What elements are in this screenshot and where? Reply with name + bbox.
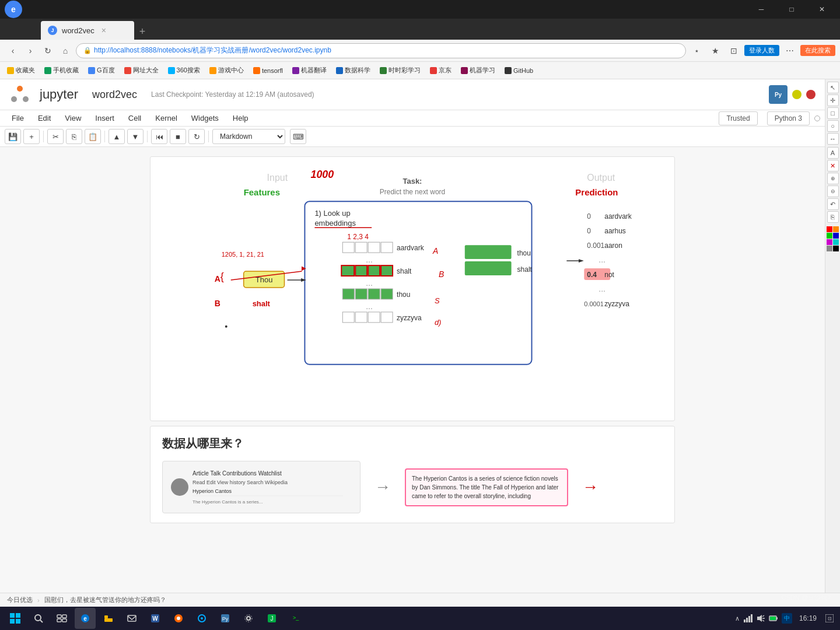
taskbar-python[interactable]: Py bbox=[215, 608, 236, 629]
notebook-content[interactable]: Input Features Output Prediction Task: P… bbox=[0, 147, 825, 593]
bookmark-jiqi[interactable]: 机器翻译 bbox=[290, 65, 329, 76]
favorites-button[interactable]: ★ bbox=[707, 43, 723, 59]
menu-kernel[interactable]: Kernel bbox=[148, 110, 184, 126]
cell-type-selector[interactable]: Markdown Code Raw NBConvert bbox=[212, 129, 285, 144]
notification-button[interactable]: ⊡ bbox=[824, 612, 835, 624]
status-item-1[interactable]: 今日优选 bbox=[7, 596, 33, 604]
copy-cell-button[interactable]: ⎘ bbox=[66, 129, 82, 144]
tool-minus[interactable]: ⊖ bbox=[827, 186, 839, 197]
run-prev-button[interactable]: ⏮ bbox=[151, 129, 167, 144]
trusted-button[interactable]: Trusted bbox=[719, 111, 757, 125]
refresh-button[interactable]: ↻ bbox=[40, 43, 56, 59]
bookmark-shishi[interactable]: 时时彩学习 bbox=[377, 65, 423, 76]
color-gray[interactable] bbox=[827, 246, 832, 251]
cut-cell-button[interactable]: ✂ bbox=[47, 129, 64, 144]
forward-button[interactable]: › bbox=[22, 43, 38, 59]
taskbar-terminal[interactable]: >_ bbox=[285, 608, 306, 629]
tool-plus[interactable]: ⊕ bbox=[827, 173, 839, 184]
window-controls: ─ □ ✕ bbox=[748, 1, 835, 18]
new-tab-button[interactable]: + bbox=[134, 23, 150, 40]
taskbar-task-view[interactable] bbox=[51, 608, 72, 629]
handwritten-matrix: 1205, 1, 21, 21 bbox=[222, 251, 264, 258]
color-blue[interactable] bbox=[833, 233, 839, 239]
tool-rectangle[interactable]: □ bbox=[827, 107, 839, 119]
tray-up[interactable]: ∧ bbox=[735, 615, 740, 622]
login-button[interactable]: 登录人数 bbox=[744, 45, 779, 56]
home-button[interactable]: ⌂ bbox=[57, 43, 74, 59]
taskbar-start[interactable] bbox=[5, 608, 26, 629]
menu-view[interactable]: View bbox=[58, 110, 88, 126]
color-red[interactable] bbox=[827, 226, 832, 232]
bookmark-shuju[interactable]: 数据科学 bbox=[334, 65, 373, 76]
close-button[interactable]: ✕ bbox=[808, 1, 835, 18]
input-method[interactable]: 中 bbox=[782, 613, 792, 624]
menu-widgets[interactable]: Widgets bbox=[184, 110, 226, 126]
bookmark-jiqixuexi[interactable]: 机器学习 bbox=[459, 65, 498, 76]
add-cell-button[interactable]: + bbox=[23, 129, 40, 144]
search-input-btn[interactable]: 在此搜索 bbox=[800, 45, 835, 56]
svg-point-31 bbox=[201, 617, 203, 620]
keyboard-shortcut-button[interactable]: ⌨ bbox=[290, 129, 306, 144]
tool-rotate[interactable]: ↶ bbox=[827, 198, 839, 210]
grid-thou-2 bbox=[355, 289, 367, 299]
search-button[interactable]: ⋆ bbox=[688, 43, 705, 59]
tool-select[interactable]: ↖ bbox=[827, 82, 839, 93]
handwritten-d: d) bbox=[435, 318, 442, 327]
python-button[interactable]: Python 3 bbox=[767, 111, 810, 125]
url-bar[interactable]: 🔒 http://localhost:8888/notebooks/机器学习实战… bbox=[76, 43, 686, 58]
svg-point-35 bbox=[245, 615, 252, 622]
tool-copy[interactable]: ⎘ bbox=[827, 211, 839, 223]
bookmark-github[interactable]: GitHub bbox=[502, 66, 536, 75]
taskbar-settings[interactable] bbox=[238, 608, 259, 629]
color-green[interactable] bbox=[827, 233, 832, 239]
taskbar-search[interactable] bbox=[28, 608, 49, 629]
bookmark-phone[interactable]: 手机收藏 bbox=[42, 65, 81, 76]
word-shalt: shalt bbox=[397, 267, 412, 275]
settings-button[interactable]: ⋯ bbox=[782, 43, 798, 59]
menu-insert[interactable]: Insert bbox=[88, 110, 121, 126]
tool-circle[interactable]: ○ bbox=[827, 120, 839, 132]
menu-file[interactable]: File bbox=[5, 110, 31, 126]
browser-tab[interactable]: J word2vec × bbox=[41, 21, 134, 40]
move-down-button[interactable]: ▼ bbox=[127, 129, 144, 144]
color-orange[interactable] bbox=[833, 226, 839, 232]
tool-arrows[interactable]: ↔ bbox=[827, 133, 839, 145]
back-button[interactable]: ‹ bbox=[5, 43, 21, 59]
tool-x[interactable]: ✕ bbox=[827, 160, 839, 172]
bookmark-internet[interactable]: 网址大全 bbox=[122, 65, 161, 76]
maximize-button[interactable]: □ bbox=[778, 1, 805, 18]
taskbar-music[interactable] bbox=[168, 608, 189, 629]
taskbar-green-app[interactable]: J bbox=[261, 608, 282, 629]
tool-text[interactable]: A bbox=[827, 147, 839, 159]
bookmark-tensor[interactable]: tensorfl bbox=[251, 66, 285, 75]
bookmark-jingdong[interactable]: 京东 bbox=[428, 65, 454, 76]
close-tab-button[interactable]: × bbox=[102, 26, 106, 35]
csdn-watermark: CSDN @豆沙包? bbox=[781, 593, 831, 602]
grid-a4 bbox=[381, 242, 393, 253]
grid-z3 bbox=[368, 312, 380, 323]
taskbar-explorer[interactable] bbox=[98, 608, 119, 629]
bookmark-360[interactable]: 360搜索 bbox=[166, 65, 202, 76]
color-cyan[interactable] bbox=[833, 239, 839, 245]
taskbar-edge[interactable]: e bbox=[75, 608, 96, 629]
taskbar-photos[interactable] bbox=[191, 608, 212, 629]
paste-cell-button[interactable]: 📋 bbox=[85, 129, 101, 144]
tool-pointer[interactable]: ✛ bbox=[827, 94, 839, 106]
menu-help[interactable]: Help bbox=[226, 110, 256, 126]
stop-button[interactable]: ■ bbox=[170, 129, 186, 144]
taskbar-word[interactable]: W bbox=[145, 608, 166, 629]
minimize-button[interactable]: ─ bbox=[748, 1, 775, 18]
menu-cell[interactable]: Cell bbox=[121, 110, 148, 126]
bookmark-G[interactable]: G百度 bbox=[86, 65, 117, 76]
bookmark-favorites[interactable]: 收藏夹 bbox=[5, 65, 37, 76]
save-button[interactable]: 💾 bbox=[5, 129, 21, 144]
svg-text:>_: >_ bbox=[293, 615, 299, 621]
color-purple[interactable] bbox=[827, 239, 832, 245]
taskbar-mail[interactable] bbox=[121, 608, 142, 629]
color-black[interactable] bbox=[833, 246, 839, 251]
menu-edit[interactable]: Edit bbox=[31, 110, 58, 126]
run-restart-button[interactable]: ↻ bbox=[188, 129, 205, 144]
collections-button[interactable]: ⊡ bbox=[726, 43, 742, 59]
bookmark-youxi[interactable]: 游戏中心 bbox=[207, 65, 246, 76]
move-up-button[interactable]: ▲ bbox=[108, 129, 125, 144]
